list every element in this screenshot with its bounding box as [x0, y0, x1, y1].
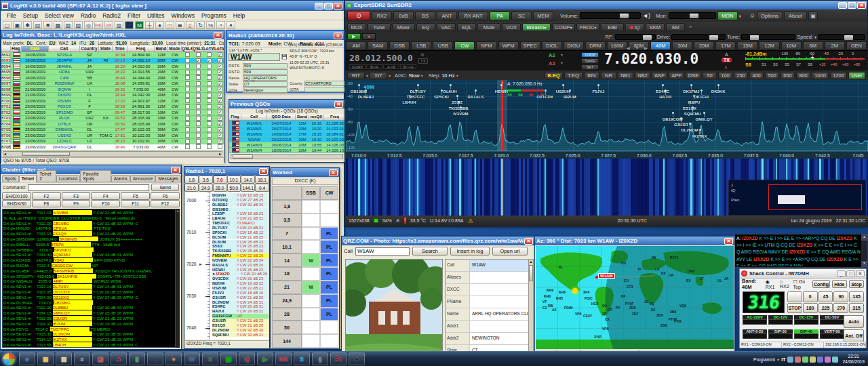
tray-icon[interactable] [832, 357, 838, 363]
checkbox[interactable]: ✓ [218, 93, 222, 98]
checkbox[interactable]: ✓ [218, 110, 222, 115]
cluster-fkey-f2[interactable]: F2 [32, 192, 61, 200]
checkbox[interactable] [185, 133, 190, 138]
table-view-icon[interactable]: ▧ [64, 21, 73, 29]
shack-close-button[interactable]: ✕ [856, 270, 865, 277]
cluster-vscrollbar[interactable]: ▲ [175, 209, 180, 348]
sdr-close-button[interactable]: ✕ [857, 2, 866, 9]
dsp-nb2-button[interactable]: NB2 [635, 72, 650, 79]
warning-icon[interactable]: ⚠ [468, 218, 473, 224]
sdr-btn-sql[interactable]: SQL [457, 23, 476, 31]
checkbox[interactable] [185, 70, 190, 75]
taskbar-app-terminal[interactable]: ›_ [147, 352, 163, 365]
sdr-btn-rx-ant[interactable]: RX ANT [458, 12, 488, 20]
worked-ssb-cell[interactable] [302, 214, 320, 227]
bandmap-band-18.1[interactable]: 18.1 [255, 176, 269, 184]
azmap-titlebar[interactable]: Az: 306 ° Dist: 7023 km W1AW - IZ0XZD✕ [535, 237, 734, 245]
worked-cw-cell[interactable]: PL [320, 308, 338, 321]
tx-ant-dropdown-icon[interactable]: ▾ [561, 60, 563, 65]
rotor-button-0[interactable]: 0 [803, 291, 818, 302]
qsl-checkbox[interactable] [203, 98, 214, 103]
log-col-Call[interactable]: Call [49, 46, 80, 52]
bandmap-spot[interactable]: SQ9FMU!! CW 33 dB 21 WPM [212, 333, 269, 338]
bandmap-spot[interactable]: DL2NOM!! CW 24 dB 31 WPM [212, 300, 269, 305]
qsl-checkbox[interactable]: ✓ [214, 110, 224, 115]
worked-ssb-cell[interactable] [302, 267, 320, 281]
checkbox[interactable] [196, 93, 201, 98]
azmap-close-button[interactable]: ✕ [724, 238, 733, 245]
sdr-xit-dropdown-icon[interactable]: ▾ [389, 73, 391, 78]
mon-dropdown-icon[interactable]: ▾ [739, 14, 741, 18]
taskbar-app-pdf-reader[interactable]: A [111, 352, 127, 365]
checkbox[interactable] [185, 104, 190, 109]
bandmap-spot[interactable]: FM5NNTU!! CW 22 dB 26 WPM [212, 253, 269, 258]
antenna-icon[interactable]: ┼ [145, 21, 154, 29]
taskbar-app-filezilla[interactable]: Fz [330, 352, 347, 365]
qsl-checkbox[interactable]: ✓ [214, 133, 224, 138]
bandmap-spot[interactable]: IV3VBM!! CW 22 dB 34 WPM [212, 258, 269, 263]
checkbox[interactable] [196, 139, 201, 144]
exit-icon[interactable]: ➧ [226, 21, 235, 29]
mon-slider[interactable] [669, 12, 716, 19]
sdr-btn-mem[interactable]: MEM [533, 12, 553, 20]
vfo-save-button[interactable]: SAVE [581, 58, 599, 64]
spectrum-callsign-tag[interactable]: TM57FFC [407, 95, 425, 99]
checkbox[interactable] [207, 139, 212, 144]
log-close-button[interactable]: ✕ [214, 32, 222, 39]
checkbox[interactable]: ✓ [218, 52, 222, 57]
shack-rx1-radio[interactable]: ◉ RX1 [766, 279, 778, 289]
checkbox[interactable] [196, 133, 201, 138]
prev-col[interactable]: meQS [309, 115, 324, 120]
tray-icon[interactable] [810, 357, 816, 363]
checkbox[interactable] [207, 81, 212, 86]
sdr-btn-mox[interactable]: MOX [347, 23, 366, 31]
shack-auto-button[interactable]: Auto [844, 315, 864, 328]
taskbar-app-excel[interactable]: X [202, 352, 218, 365]
clock-icon[interactable]: ◔ [216, 21, 225, 29]
mon-button[interactable]: MON [717, 12, 738, 20]
sdr-btn-eibi[interactable]: EiBi [601, 23, 624, 31]
log-col-Country[interactable]: Country [80, 46, 99, 52]
checkbox[interactable]: ✓ [218, 70, 222, 75]
log-col-QSLR[interactable]: QSLR [182, 46, 193, 52]
filter-1200-button[interactable]: 1200 [830, 72, 847, 79]
worked-ssb-cell[interactable] [302, 200, 320, 214]
checkbox[interactable]: ✓ [218, 81, 222, 86]
sdr-minimize-button[interactable]: _ [838, 2, 847, 9]
qsl-checkbox[interactable] [182, 110, 193, 115]
band-button-15m[interactable]: 15M [737, 41, 757, 50]
sdr-btn-vac[interactable]: VAC [437, 23, 456, 31]
checkbox[interactable]: ✓ [218, 127, 222, 132]
worked-ssb-cell[interactable]: W [302, 281, 320, 294]
qsl-checkbox[interactable]: ✓ [214, 87, 224, 92]
log-table-row[interactable]: 869516/06/2019UD8AUA916:2214.014.5520MCW… [1, 70, 224, 76]
taskbar-clock[interactable]: 22:3124/06/2019 [840, 354, 867, 365]
sdr-rit-dropdown-icon[interactable]: ▾ [366, 73, 368, 78]
worked-cw-cell[interactable]: PL [320, 267, 338, 281]
cluster-spot-line[interactable]: DX de IW5ALG: 3585.0 ARPI WORLD WIDE [3, 279, 179, 284]
qsl-checkbox[interactable] [182, 87, 193, 92]
cluster-fkey-f6[interactable]: F6 [151, 192, 180, 200]
bandmap-spot[interactable]: RA1ALS!! CW 23 dB 20 WPM [212, 263, 269, 268]
spectrum-callsign-tag[interactable]: S53IZ [452, 100, 462, 104]
qsl-checkbox[interactable] [182, 133, 193, 138]
worked-cw-cell[interactable]: PL [320, 281, 338, 294]
qsl-checkbox[interactable]: ✓ [214, 139, 224, 144]
log-hscrollbar[interactable]: ◂▸ [3, 151, 222, 157]
tune-slider[interactable] [741, 34, 795, 40]
taskbar-app-sticky-notes[interactable]: ▤ [56, 352, 72, 365]
sdr-btn-mute[interactable]: Mute [477, 23, 500, 31]
taskbar-app-paint[interactable]: ◪ [92, 352, 108, 365]
cluster-terminal[interactable]: DX de 5EN1-#: 7017.15 IV3VBM !! CW 22 dB… [2, 209, 180, 348]
checkbox[interactable]: ✓ [218, 139, 222, 144]
checkbox[interactable]: ✓ [218, 64, 222, 68]
shack-maximize-button[interactable]: □ [846, 270, 855, 277]
qsl-checkbox[interactable] [203, 104, 214, 109]
spectrum-callsign-tag[interactable]: LB4UH [403, 100, 416, 104]
checkbox[interactable] [196, 87, 201, 92]
menu-windows[interactable]: Windows [167, 12, 197, 19]
qrz-titlebar[interactable]: QRZ.COM - Photo: https://s3.amazonaws.co… [342, 237, 534, 245]
log-table-row[interactable]: 870022/06/2019F5VMNF17:2224.903.9712MCW✓ [1, 98, 224, 104]
checkbox[interactable]: ✓ [218, 133, 222, 138]
subrx-button-2[interactable]: A->B [383, 64, 399, 69]
